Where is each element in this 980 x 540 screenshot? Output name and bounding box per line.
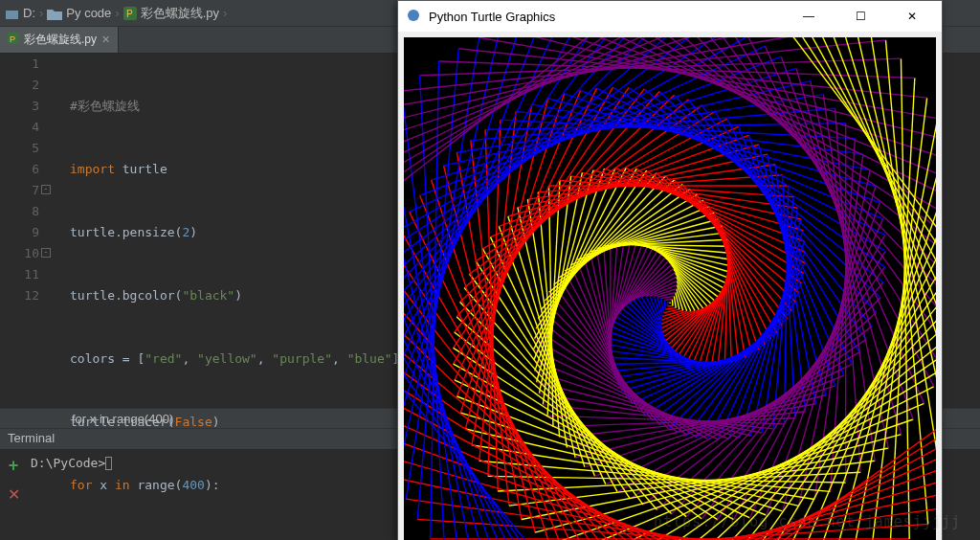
breadcrumb-file[interactable]: 彩色螺旋线.py <box>141 5 219 22</box>
svg-line-66 <box>683 288 724 357</box>
tab-file[interactable]: P 彩色螺旋线.py ✕ <box>0 27 119 53</box>
turtle-canvas <box>404 37 936 540</box>
svg-line-14 <box>665 308 676 310</box>
chevron-right-icon: › <box>223 6 227 20</box>
svg-text:P: P <box>10 34 15 44</box>
svg-line-203 <box>508 216 585 467</box>
terminal-output[interactable]: D:\PyCode> <box>27 450 116 540</box>
svg-line-15 <box>674 296 676 307</box>
python-file-icon: P <box>8 33 19 47</box>
window-title: Python Turtle Graphics <box>429 10 779 24</box>
svg-line-198 <box>518 154 768 208</box>
svg-text:P: P <box>126 9 133 19</box>
svg-line-67 <box>653 249 724 288</box>
close-button[interactable]: ✕ <box>890 1 934 32</box>
svg-point-5 <box>408 10 419 21</box>
svg-line-200 <box>575 395 826 458</box>
chevron-right-icon: › <box>39 6 43 20</box>
breadcrumb-folder[interactable]: Py code <box>66 6 111 20</box>
cursor <box>105 457 112 470</box>
svg-line-152 <box>536 328 697 437</box>
breadcrumb-drive[interactable]: D: <box>23 6 35 20</box>
chevron-right-icon: › <box>115 6 119 20</box>
svg-line-13 <box>664 300 665 309</box>
minimize-button[interactable]: — <box>787 1 831 32</box>
python-file-icon: P <box>123 6 137 21</box>
svg-line-392 <box>404 37 789 190</box>
turtle-canvas-wrapper <box>398 32 942 540</box>
svg-rect-0 <box>6 11 18 19</box>
window-titlebar[interactable]: Python Turtle Graphics — ☐ ✕ <box>398 1 942 32</box>
add-terminal-icon[interactable]: + <box>9 456 19 476</box>
svg-line-65 <box>616 317 683 357</box>
line-gutter: 1 2 3 4 5 6 7- 8 9 10- 11 12 <box>0 54 53 408</box>
turtle-app-icon <box>406 8 421 26</box>
code-area[interactable]: #彩色螺旋线 import turtle turtle.pensize(2) t… <box>53 54 399 408</box>
svg-line-11 <box>672 300 673 306</box>
tab-label: 彩色螺旋线.py <box>24 32 97 48</box>
fold-end-marker-icon[interactable]: - <box>41 248 51 258</box>
fold-marker-icon[interactable]: - <box>41 185 51 194</box>
svg-line-151 <box>536 170 647 328</box>
close-terminal-icon[interactable]: ✕ <box>8 485 20 504</box>
folder-icon <box>47 6 62 20</box>
close-icon[interactable]: ✕ <box>101 34 110 46</box>
svg-line-16 <box>661 296 675 298</box>
maximize-button[interactable]: ☐ <box>838 1 882 32</box>
svg-line-12 <box>664 300 672 301</box>
svg-line-196 <box>567 404 815 448</box>
drive-icon <box>6 6 19 20</box>
svg-line-284 <box>823 95 875 461</box>
turtle-graphics-window[interactable]: Python Turtle Graphics — ☐ ✕ <box>397 0 943 540</box>
